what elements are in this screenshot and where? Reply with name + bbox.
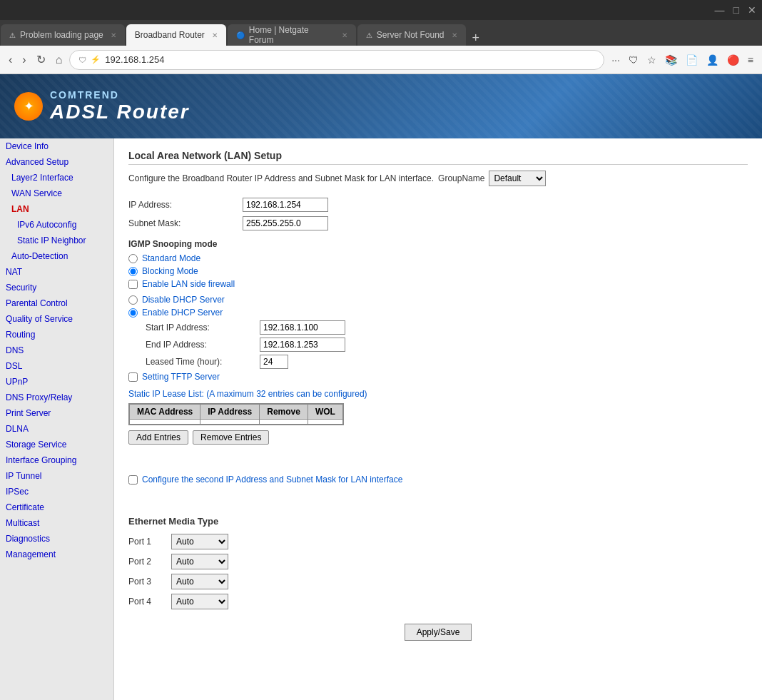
sidebar-item-storage-service[interactable]: Storage Service	[0, 437, 113, 452]
sidebar-item-quality-of-service[interactable]: Quality of Service	[0, 311, 113, 327]
standard-mode-radio[interactable]	[128, 254, 138, 263]
minimize-button[interactable]: —	[715, 4, 725, 16]
sidebar-item-dsl[interactable]: DSL	[0, 358, 113, 374]
tab-label: Home | Netgate Forum	[249, 25, 335, 45]
remove-entries-button[interactable]: Remove Entries	[193, 430, 269, 445]
sidebar-item-diagnostics[interactable]: Diagnostics	[0, 531, 113, 547]
port4-row: Port 4 Auto 10M Half 10M Full 100M Half …	[128, 594, 748, 609]
setting-tftp-checkbox[interactable]	[128, 372, 138, 382]
sidebar-item-dlna[interactable]: DLNA	[0, 421, 113, 437]
port1-select[interactable]: Auto 10M Half 10M Full 100M Half 100M Fu…	[171, 534, 228, 549]
sidebar-item-security[interactable]: Security	[0, 280, 113, 295]
tab-server-not-found[interactable]: ⚠ Server Not Found ✕	[357, 24, 466, 46]
home-button[interactable]: ⌂	[53, 51, 66, 69]
disable-dhcp-radio[interactable]	[128, 295, 138, 305]
sidebar-item-nat[interactable]: NAT	[0, 264, 113, 280]
maximize-button[interactable]: □	[733, 4, 739, 16]
enable-firewall-checkbox[interactable]	[128, 280, 138, 289]
enable-firewall-label[interactable]: Enable LAN side firewall	[142, 279, 235, 289]
sidebar-item-management[interactable]: Management	[0, 547, 113, 562]
sidebar-item-ip-tunnel[interactable]: IP Tunnel	[0, 468, 113, 484]
second-ip-checkbox[interactable]	[128, 475, 138, 485]
tab-close-button[interactable]: ✕	[212, 31, 218, 39]
ip-address-row: IP Address:	[128, 198, 748, 212]
url-text: 192.168.1.254	[105, 54, 595, 65]
shield-icon: 🛡	[78, 56, 86, 64]
subnet-mask-input[interactable]	[243, 216, 328, 230]
table-header-wol: WOL	[308, 405, 342, 420]
main-wrapper: ✦ COMTREND ADSL Router Device Info Advan…	[0, 74, 762, 700]
blocking-mode-radio[interactable]	[128, 267, 138, 276]
forward-button[interactable]: ›	[19, 51, 29, 69]
table-cell-mac	[130, 420, 200, 425]
tab-problem-loading[interactable]: ⚠ Problem loading page ✕	[1, 24, 125, 46]
brand-name: COMTREND	[50, 89, 190, 101]
lock-icon: ⚡	[91, 55, 101, 64]
sidebar-item-layer2-interface[interactable]: Layer2 Interface	[0, 170, 113, 186]
tab-close-button[interactable]: ✕	[111, 31, 116, 39]
sidebar-item-print-server[interactable]: Print Server	[0, 405, 113, 421]
new-tab-button[interactable]: +	[467, 31, 486, 46]
warning-icon: ⚠	[9, 31, 16, 39]
sidebar-item-auto-detection[interactable]: Auto-Detection	[0, 248, 113, 264]
port3-label: Port 3	[128, 577, 171, 587]
tab-netgate-forum[interactable]: 🔵 Home | Netgate Forum ✕	[228, 24, 356, 46]
end-ip-row: End IP Address:	[146, 338, 748, 352]
blocking-mode-label[interactable]: Blocking Mode	[142, 266, 198, 276]
brand-text: COMTREND ADSL Router	[50, 89, 190, 123]
add-entries-button[interactable]: Add Entries	[128, 430, 188, 445]
second-ip-label[interactable]: Configure the second IP Address and Subn…	[142, 475, 402, 485]
sidebar-item-static-ip-neighbor[interactable]: Static IP Neighbor	[0, 233, 113, 248]
sidebar-item-routing[interactable]: Routing	[0, 327, 113, 343]
library-button[interactable]: 📚	[662, 51, 680, 69]
sidebar-item-multicast[interactable]: Multicast	[0, 515, 113, 531]
ip-address-input[interactable]	[243, 198, 328, 212]
sidebar-item-lan[interactable]: LAN	[0, 201, 113, 217]
nav-actions: ··· 🛡 ☆ 📚 📄 👤 🔴 ≡	[609, 51, 756, 69]
start-ip-row: Start IP Address:	[146, 320, 748, 335]
enable-dhcp-label[interactable]: Enable DHCP Server	[142, 308, 223, 318]
router-header: ✦ COMTREND ADSL Router	[0, 74, 762, 138]
table-cell-remove	[260, 420, 308, 425]
standard-mode-label[interactable]: Standard Mode	[142, 253, 200, 263]
tab-close-button[interactable]: ✕	[342, 31, 347, 39]
port3-select[interactable]: Auto 10M Half 10M Full 100M Half 100M Fu…	[171, 574, 228, 589]
end-ip-input[interactable]	[260, 338, 345, 352]
sidebar-item-upnp[interactable]: UPnP	[0, 374, 113, 390]
close-button[interactable]: ✕	[748, 4, 756, 16]
sidebar-item-ipv6-autoconfig[interactable]: IPv6 Autoconfig	[0, 217, 113, 233]
more-button[interactable]: ···	[609, 51, 623, 69]
tab-broadband-router[interactable]: Broadband Router ✕	[126, 24, 226, 46]
leased-time-input[interactable]	[260, 355, 288, 369]
enable-dhcp-radio[interactable]	[128, 308, 138, 318]
sidebar-item-ipsec[interactable]: IPSec	[0, 484, 113, 499]
apply-save-button[interactable]: Apply/Save	[405, 624, 472, 641]
menu-button[interactable]: ≡	[745, 51, 756, 69]
account-button[interactable]: 👤	[703, 51, 721, 69]
sidebar-item-parental-control[interactable]: Parental Control	[0, 295, 113, 311]
port4-select[interactable]: Auto 10M Half 10M Full 100M Half 100M Fu…	[171, 594, 228, 609]
reader-button[interactable]: 📄	[683, 51, 701, 69]
tab-close-button[interactable]: ✕	[452, 31, 457, 39]
reload-button[interactable]: ↻	[34, 50, 49, 69]
sidebar-item-wan-service[interactable]: WAN Service	[0, 186, 113, 201]
sidebar-item-interface-grouping[interactable]: Interface Grouping	[0, 452, 113, 468]
bookmark-button[interactable]: ☆	[644, 51, 659, 69]
sidebar-item-dns[interactable]: DNS	[0, 343, 113, 358]
extensions-button[interactable]: 🔴	[724, 51, 742, 69]
sidebar-item-dns-proxy-relay[interactable]: DNS Proxy/Relay	[0, 390, 113, 405]
table-header-remove: Remove	[260, 405, 308, 420]
group-name-select[interactable]: Default	[489, 171, 546, 186]
setting-tftp-label[interactable]: Setting TFTP Server	[142, 372, 220, 382]
sidebar-item-certificate[interactable]: Certificate	[0, 499, 113, 515]
shield-button[interactable]: 🛡	[626, 51, 641, 69]
start-ip-input[interactable]	[260, 320, 345, 335]
disable-dhcp-label[interactable]: Disable DHCP Server	[142, 295, 225, 305]
sidebar-item-advanced-setup[interactable]: Advanced Setup	[0, 154, 113, 170]
table-header-ip: IP Address	[200, 405, 260, 420]
port2-select[interactable]: Auto 10M Half 10M Full 100M Half 100M Fu…	[171, 554, 228, 569]
sidebar-item-device-info[interactable]: Device Info	[0, 138, 113, 154]
back-button[interactable]: ‹	[6, 51, 15, 69]
table-row	[130, 420, 343, 425]
address-bar[interactable]: 🛡 ⚡ 192.168.1.254	[69, 50, 604, 70]
